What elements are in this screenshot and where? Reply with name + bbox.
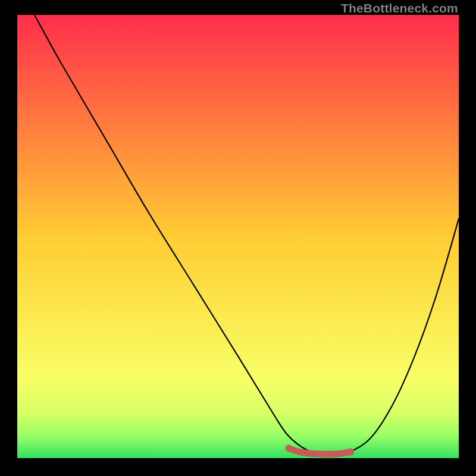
highlight-end-dot [347,449,354,456]
bottleneck-chart [17,15,459,458]
highlight-start-dot [285,445,292,452]
plot-background [17,15,459,458]
watermark-text: TheBottleneck.com [341,1,458,15]
